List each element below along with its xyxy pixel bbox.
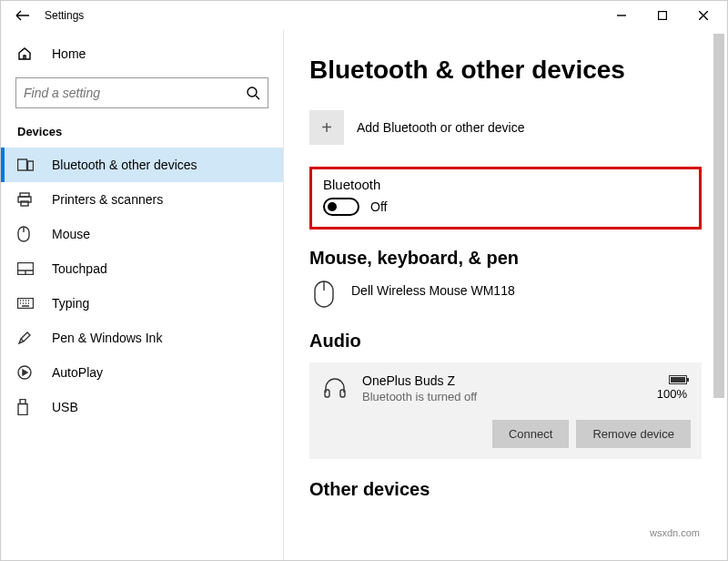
sidebar-item-usb[interactable]: USB (1, 390, 283, 424)
close-button[interactable] (682, 1, 723, 30)
svg-rect-0 (658, 12, 666, 20)
sidebar-home[interactable]: Home (1, 37, 283, 70)
plus-icon: + (309, 110, 344, 145)
svg-rect-15 (340, 390, 345, 397)
audio-device-name: OnePlus Buds Z (362, 373, 477, 388)
search-icon (246, 86, 260, 100)
home-icon (17, 46, 35, 61)
headphones-icon (320, 373, 349, 403)
sidebar-item-label: USB (52, 400, 78, 414)
sidebar-item-autoplay[interactable]: AutoPlay (1, 355, 283, 390)
bluetooth-state-label: Off (370, 199, 387, 214)
search-box[interactable] (15, 77, 268, 108)
watermark: wsxdn.com (650, 527, 700, 538)
titlebar: Settings (1, 1, 727, 30)
main-panel: Bluetooth & other devices + Add Bluetoot… (283, 30, 727, 560)
sidebar-item-bluetooth[interactable]: Bluetooth & other devices (1, 148, 283, 182)
pen-icon (17, 331, 35, 345)
add-device-button[interactable]: + Add Bluetooth or other device (309, 110, 702, 145)
sidebar-item-label: Touchpad (52, 261, 107, 276)
svg-rect-3 (28, 161, 34, 170)
svg-rect-2 (18, 159, 27, 170)
sidebar-item-touchpad[interactable]: Touchpad (1, 251, 283, 286)
bluetooth-highlight: Bluetooth Off (309, 167, 702, 230)
remove-device-button[interactable]: Remove device (576, 420, 691, 448)
autoplay-icon (17, 365, 35, 380)
svg-rect-12 (18, 404, 27, 415)
sidebar-item-label: Printers & scanners (52, 192, 163, 207)
back-button[interactable] (5, 1, 41, 30)
devices-icon (17, 158, 35, 172)
sidebar-item-label: Bluetooth & other devices (52, 158, 197, 172)
scrollbar-thumb[interactable] (713, 34, 724, 398)
window-title: Settings (45, 9, 84, 22)
sidebar-item-label: Typing (52, 296, 89, 311)
page-title: Bluetooth & other devices (309, 56, 702, 85)
audio-device-status: Bluetooth is turned off (362, 390, 477, 403)
sidebar-item-printers[interactable]: Printers & scanners (1, 182, 283, 217)
audio-battery: 100% (657, 373, 691, 401)
mouse-section-heading: Mouse, keyboard, & pen (309, 248, 702, 269)
sidebar-item-typing[interactable]: Typing (1, 286, 283, 321)
bluetooth-toggle[interactable] (323, 198, 359, 216)
minimize-button[interactable] (601, 1, 642, 30)
window-controls (601, 1, 723, 30)
sidebar-item-label: Pen & Windows Ink (52, 331, 162, 345)
sidebar-section-label: Devices (1, 125, 283, 148)
sidebar-item-label: AutoPlay (52, 365, 103, 380)
search-input[interactable] (24, 86, 246, 100)
battery-percent: 100% (657, 387, 687, 401)
battery-icon (669, 375, 687, 384)
other-devices-heading: Other devices (309, 479, 702, 500)
touchpad-icon (17, 261, 35, 276)
sidebar-home-label: Home (52, 46, 86, 61)
maximize-button[interactable] (642, 1, 682, 30)
audio-device-card[interactable]: OnePlus Buds Z Bluetooth is turned off 1… (309, 362, 702, 459)
sidebar-item-label: Mouse (52, 227, 90, 241)
connect-button[interactable]: Connect (492, 420, 569, 448)
printer-icon (17, 192, 35, 207)
mouse-device-name: Dell Wireless Mouse WM118 (351, 280, 515, 298)
mouse-icon (17, 227, 35, 241)
sidebar-item-pen[interactable]: Pen & Windows Ink (1, 321, 283, 355)
add-device-label: Add Bluetooth or other device (357, 120, 524, 135)
svg-point-1 (248, 87, 257, 97)
usb-icon (17, 400, 35, 414)
bluetooth-section-title: Bluetooth (323, 177, 688, 192)
mouse-icon (309, 280, 339, 309)
svg-rect-11 (20, 400, 25, 404)
sidebar-item-mouse[interactable]: Mouse (1, 217, 283, 251)
svg-rect-14 (325, 390, 329, 397)
mouse-device-row[interactable]: Dell Wireless Mouse WM118 (309, 280, 702, 309)
keyboard-icon (17, 296, 35, 311)
vertical-scrollbar[interactable] (713, 34, 725, 558)
audio-section-heading: Audio (309, 331, 702, 352)
sidebar: Home Devices Bluetooth & other devices P… (1, 30, 283, 560)
